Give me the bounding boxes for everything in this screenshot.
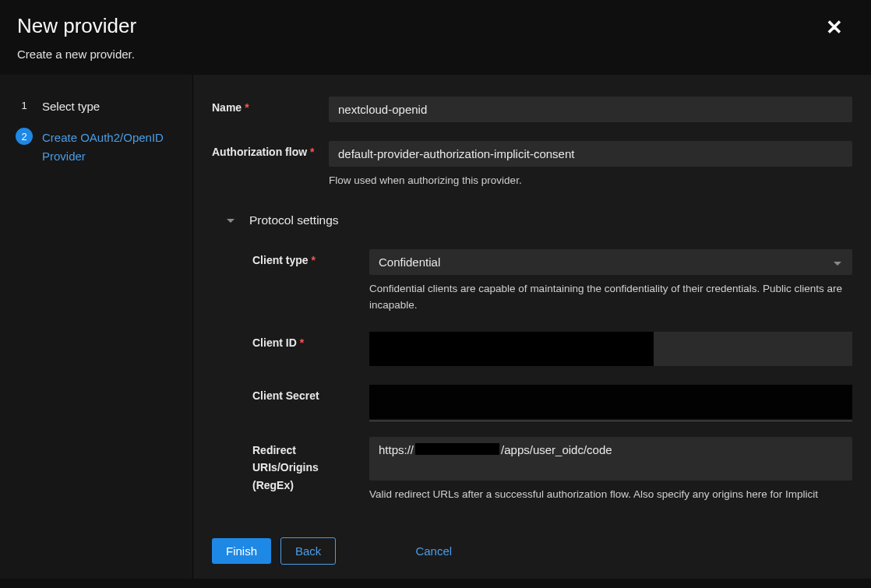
dialog-header: New provider Create a new provider. ✕ [0,0,871,75]
auth-flow-label: Authorization flow* [212,141,318,158]
back-button[interactable]: Back [280,537,336,565]
dialog-title: New provider [17,14,854,38]
close-button[interactable]: ✕ [826,17,843,37]
step-create-provider[interactable]: 2 Create OAuth2/OpenID Provider [16,128,177,165]
form-content: Name* Authorization flow* Flow used when… [193,75,871,579]
step-select-type[interactable]: 1 Select type [16,97,177,115]
step-number: 2 [16,128,33,145]
close-icon: ✕ [826,16,843,39]
field-redirect-uris: Redirect URIs/Origins (RegEx) https:///a… [212,437,852,502]
redacted-host [415,443,499,455]
chevron-down-icon [226,213,235,227]
client-secret-label: Client Secret [252,385,358,402]
field-authorization-flow: Authorization flow* Flow used when autho… [212,141,852,188]
client-id-label: Client ID* [252,332,358,349]
field-name: Name* [212,97,852,122]
redirect-label: Redirect URIs/Origins (RegEx) [252,437,358,494]
client-type-label: Client type* [252,249,358,266]
client-id-input[interactable] [369,332,852,366]
auth-flow-input[interactable] [329,141,852,167]
client-type-select[interactable]: Confidential [369,249,852,275]
redirect-input[interactable]: https:///apps/user_oidc/code [369,437,852,481]
step-number: 1 [16,97,33,114]
cancel-button[interactable]: Cancel [401,538,466,564]
finish-button[interactable]: Finish [212,538,271,564]
step-label: Create OAuth2/OpenID Provider [42,128,177,165]
step-label: Select type [42,97,100,115]
protocol-settings-title: Protocol settings [249,213,339,227]
protocol-settings-toggle[interactable]: Protocol settings [226,213,852,227]
field-client-id: Client ID* [212,332,852,366]
field-client-secret: Client Secret [212,385,852,421]
client-type-help: Confidential clients are capable of main… [369,281,852,313]
wizard-steps-sidebar: 1 Select type 2 Create OAuth2/OpenID Pro… [0,75,193,579]
field-client-type: Client type* Confidential Confidential c… [212,249,852,313]
client-secret-input[interactable] [369,385,852,419]
redirect-help: Valid redirect URLs after a successful a… [369,487,852,502]
dialog-subtitle: Create a new provider. [17,48,854,61]
name-label: Name* [212,97,318,114]
redacted-value [369,332,654,366]
dialog-footer: Finish Back Cancel [193,523,871,579]
name-input[interactable] [329,97,852,122]
auth-flow-help: Flow used when authorizing this provider… [329,173,852,188]
